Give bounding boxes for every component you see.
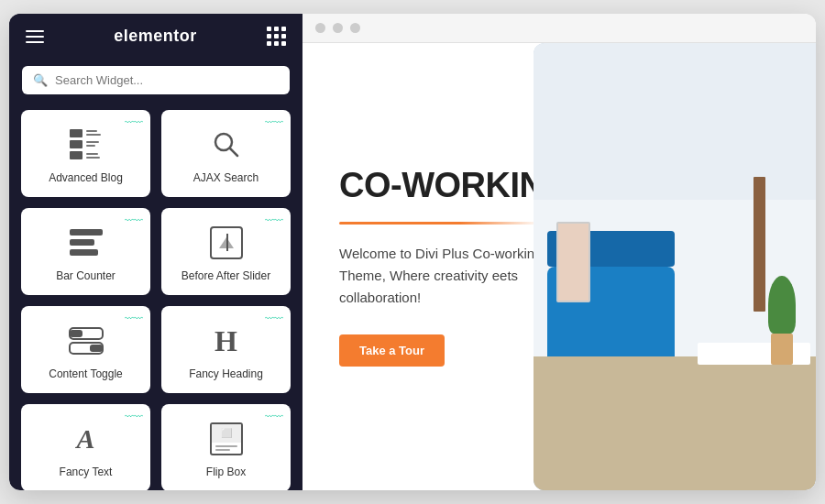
widget-label-ajax-search: AJAX Search xyxy=(193,171,258,184)
plant-leaves xyxy=(768,276,796,334)
svg-line-1 xyxy=(230,148,237,156)
widget-label-flip-box: Flip Box xyxy=(206,466,246,478)
fancy-text-icon: A xyxy=(76,421,94,456)
content-toggle-icon xyxy=(69,323,104,358)
svg-rect-3 xyxy=(70,330,82,337)
office-photo xyxy=(534,43,816,490)
browser-body: CO-WORKING SPACE Welcome to Divi Plus Co… xyxy=(302,43,816,490)
hero-image xyxy=(534,43,816,490)
widget-grid: 〰〰 xyxy=(9,105,302,490)
hero-cta-button[interactable]: Take a Tour xyxy=(339,334,445,367)
app-container: elementor 🔍 〰〰 xyxy=(9,14,816,490)
widget-card-flip-box[interactable]: 〰〰 ⬜ Flip Box xyxy=(161,404,291,490)
flip-box-icon: ⬜ xyxy=(210,421,243,456)
widget-label-advanced-blog: Advanced Blog xyxy=(49,171,123,184)
widget-label-bar-counter: Bar Counter xyxy=(56,269,116,282)
browser-dot-2 xyxy=(333,23,343,33)
bar-counter-icon xyxy=(70,225,103,260)
badge-flip-box: 〰〰 xyxy=(265,411,283,422)
badge-content-toggle: 〰〰 xyxy=(125,313,143,323)
app-logo: elementor xyxy=(114,27,197,46)
widget-label-fancy-text: Fancy Text xyxy=(60,466,113,478)
widget-card-advanced-blog[interactable]: 〰〰 xyxy=(21,110,150,197)
fancy-heading-icon: H xyxy=(214,323,237,358)
sidebar: elementor 🔍 〰〰 xyxy=(9,14,302,490)
office-ladder xyxy=(754,177,764,311)
badge-fancy-heading: 〰〰 xyxy=(265,313,283,323)
office-art xyxy=(556,222,590,302)
badge-ajax-search: 〰〰 xyxy=(265,117,283,127)
office-ceiling xyxy=(534,43,816,200)
search-icon: 🔍 xyxy=(33,73,48,87)
main-content: CO-WORKING SPACE Welcome to Divi Plus Co… xyxy=(302,14,816,490)
grid-menu-icon[interactable] xyxy=(267,27,286,46)
widget-card-ajax-search[interactable]: 〰〰 AJAX Search xyxy=(161,110,291,197)
office-plant xyxy=(771,276,794,366)
before-after-slider-icon xyxy=(210,225,243,260)
widget-card-before-after-slider[interactable]: 〰〰 Before After Slider xyxy=(161,208,291,295)
hamburger-menu[interactable] xyxy=(26,30,44,43)
sidebar-header: elementor xyxy=(9,14,302,59)
hero-divider xyxy=(339,222,541,225)
badge-bar-counter: 〰〰 xyxy=(125,215,143,225)
badge-fancy-text: 〰〰 xyxy=(125,411,143,422)
ajax-search-icon xyxy=(210,126,243,162)
search-input[interactable] xyxy=(55,73,279,87)
browser-window: CO-WORKING SPACE Welcome to Divi Plus Co… xyxy=(302,14,816,490)
search-bar[interactable]: 🔍 xyxy=(22,66,290,94)
office-floor xyxy=(534,356,816,490)
advanced-blog-icon xyxy=(70,126,103,162)
widget-card-content-toggle[interactable]: 〰〰 Content Toggle xyxy=(21,306,150,393)
widget-label-fancy-heading: Fancy Heading xyxy=(189,367,263,380)
badge-advanced-blog: 〰〰 xyxy=(125,117,143,127)
badge-before-after-slider: 〰〰 xyxy=(265,215,283,225)
plant-pot xyxy=(771,334,794,365)
hero-section: CO-WORKING SPACE Welcome to Divi Plus Co… xyxy=(302,43,816,490)
browser-toolbar xyxy=(302,14,816,43)
widget-card-fancy-heading[interactable]: 〰〰 H Fancy Heading xyxy=(161,306,291,393)
widget-card-fancy-text[interactable]: 〰〰 A Fancy Text xyxy=(21,404,150,490)
widget-card-bar-counter[interactable]: 〰〰 Bar Counter xyxy=(21,208,150,295)
browser-dot-1 xyxy=(315,23,325,33)
browser-dot-3 xyxy=(350,23,360,33)
widget-label-content-toggle: Content Toggle xyxy=(49,367,123,380)
widget-label-before-after-slider: Before After Slider xyxy=(182,269,270,282)
svg-rect-5 xyxy=(90,345,103,352)
